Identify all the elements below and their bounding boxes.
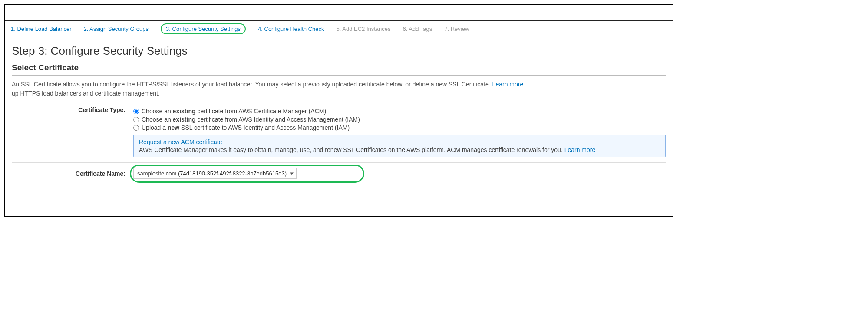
radio-iam-bold: existing — [173, 116, 196, 123]
certificate-name-label: Certificate Name: — [12, 170, 133, 177]
acm-info-text: AWS Certificate Manager makes it easy to… — [139, 146, 564, 153]
step-assign-security-groups[interactable]: 2. Assign Security Groups — [83, 26, 149, 34]
acm-info-box: Request a new ACM certificate AWS Certif… — [133, 135, 666, 157]
radio-acm-bold: existing — [173, 108, 196, 115]
step-configure-health-check[interactable]: 4. Configure Health Check — [258, 26, 324, 34]
radio-iam[interactable]: Choose an existing certificate from AWS … — [133, 116, 666, 123]
learn-more-link[interactable]: Learn more — [492, 81, 524, 88]
section-divider — [12, 75, 666, 76]
radio-upload[interactable]: Upload a new SSL certificate to AWS Iden… — [133, 124, 666, 131]
step-add-tags: 6. Add Tags — [403, 26, 432, 34]
step-add-ec2-instances: 5. Add EC2 Instances — [337, 26, 391, 34]
certificate-name-row: Certificate Name: samplesite.com (74d181… — [12, 165, 666, 181]
step-define-load-balancer[interactable]: 1. Define Load Balancer — [11, 26, 71, 34]
radio-acm-post: certificate from AWS Certificate Manager… — [196, 108, 327, 115]
certificate-type-label: Certificate Type: — [12, 106, 133, 113]
acm-learn-more-link[interactable]: Learn more — [564, 146, 596, 153]
step-configure-security-settings[interactable]: 3. Configure Security Settings — [161, 23, 246, 34]
radio-acm-input[interactable] — [133, 109, 139, 114]
main-panel: 1. Define Load Balancer 2. Assign Securi… — [4, 4, 673, 217]
radio-upload-input[interactable] — [133, 125, 139, 131]
step-review: 7. Review — [444, 26, 469, 34]
certificate-name-field: samplesite.com (74d18190-352f-492f-8322-… — [133, 168, 666, 179]
wizard-steps: 1. Define Load Balancer 2. Assign Securi… — [5, 21, 673, 38]
top-bar — [5, 5, 673, 21]
certificate-type-field: Choose an existing certificate from AWS … — [133, 106, 666, 157]
thin-divider-1 — [12, 101, 666, 101]
radio-upload-post: SSL certificate to AWS Identity and Acce… — [179, 124, 350, 131]
section-description: An SSL Certificate allows you to configu… — [12, 80, 666, 98]
radio-iam-input[interactable] — [133, 117, 139, 122]
certificate-name-value: samplesite.com (74d18190-352f-492f-8322-… — [137, 170, 287, 177]
content-area: Step 3: Configure Security Settings Sele… — [5, 38, 673, 216]
select-certificate-heading: Select Certificate — [12, 63, 666, 72]
thin-divider-2 — [12, 162, 666, 163]
request-acm-cert-link[interactable]: Request a new ACM certificate — [139, 138, 222, 145]
page-title: Step 3: Configure Security Settings — [12, 44, 666, 58]
certificate-name-select[interactable]: samplesite.com (74d18190-352f-492f-8322-… — [133, 168, 297, 179]
desc-text-2: up HTTPS load balancers and certificate … — [12, 90, 160, 97]
radio-acm[interactable]: Choose an existing certificate from AWS … — [133, 108, 666, 115]
certificate-type-row: Certificate Type: Choose an existing cer… — [12, 104, 666, 160]
radio-acm-pre: Choose an — [142, 108, 173, 115]
radio-iam-post: certificate from AWS Identity and Access… — [196, 116, 360, 123]
radio-upload-pre: Upload a — [142, 124, 168, 131]
radio-upload-bold: new — [168, 124, 179, 131]
radio-iam-pre: Choose an — [142, 116, 173, 123]
desc-text-1: An SSL Certificate allows you to configu… — [12, 81, 492, 88]
chevron-down-icon — [290, 172, 294, 175]
